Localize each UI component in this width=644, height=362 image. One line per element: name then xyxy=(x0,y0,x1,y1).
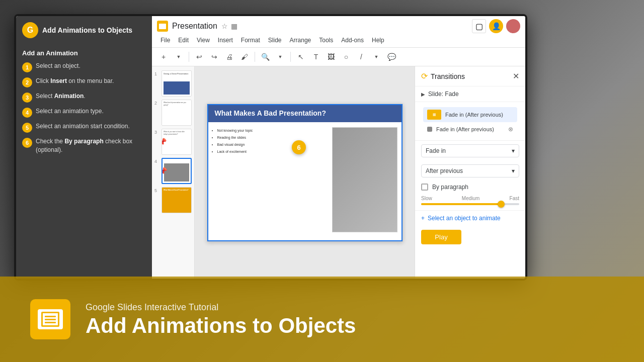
user-avatar[interactable]: 👤 xyxy=(489,19,503,33)
step-2: 2 Click Insert on the menu bar. xyxy=(22,77,146,87)
by-paragraph-row[interactable]: By paragraph xyxy=(415,181,525,193)
step-3-num: 3 xyxy=(22,93,32,103)
star-icon[interactable]: ☆ xyxy=(221,22,228,30)
folder-icon[interactable]: ▦ xyxy=(231,22,237,30)
toolbar-sep-1 xyxy=(189,52,189,62)
fade-dropdown-row: Fade in ▾ xyxy=(417,142,523,160)
fade-in-dropdown[interactable]: Fade in ▾ xyxy=(421,144,519,157)
toolbar-undo[interactable]: ↩ xyxy=(193,50,206,63)
toolbar-print[interactable]: 🖨 xyxy=(223,50,236,63)
main-slide-area: What Makes A Bad Presentation? Not knowi… xyxy=(195,66,415,279)
toolbar-dropdown[interactable]: ▼ xyxy=(172,50,185,63)
slides-logo-large xyxy=(30,299,70,339)
step-3: 3 Select Animation. xyxy=(22,92,146,103)
slides-icon-inner xyxy=(159,24,166,29)
slides-app-icon xyxy=(157,21,168,32)
toolbar: + ▼ ↩ ↪ 🖨 🖌 🔍 ▼ ↖ T 🖼 ○ / ▼ 💬 xyxy=(152,48,525,66)
toolbar-sep-2 xyxy=(255,52,255,62)
toolbar-image[interactable]: 🖼 xyxy=(325,50,338,63)
anim-text-2: Fade in (After previous) xyxy=(436,126,494,132)
step-6-num: 6 xyxy=(22,138,32,148)
toolbar-shape[interactable]: ○ xyxy=(340,50,353,63)
play-btn-row: Play xyxy=(415,226,525,248)
profile-avatar[interactable] xyxy=(506,19,520,33)
slide-fade-row[interactable]: ▶ Slide: Fade xyxy=(421,90,519,98)
step-1-num: 1 xyxy=(22,62,32,72)
menu-slide[interactable]: Slide xyxy=(265,35,285,45)
speed-slider-thumb[interactable] xyxy=(498,201,505,208)
anim-icon-2 xyxy=(427,127,432,132)
slide-thumb-4[interactable]: 4 What Makes A Bad Presentation? 📌 xyxy=(154,158,192,184)
bottom-main-title: Add Animations to Objects xyxy=(86,315,356,336)
speed-fast: Fast xyxy=(510,196,519,201)
animation-item-1[interactable]: ▦ Fade in (After previous) xyxy=(423,107,517,122)
speed-slider-fill xyxy=(421,203,500,205)
speed-labels: Slow Medium Fast xyxy=(421,196,519,201)
anim-remove-button[interactable]: ⊗ xyxy=(508,126,513,133)
expand-arrow-icon: ▶ xyxy=(421,92,425,97)
bullet-2: Reading the slides xyxy=(217,134,328,141)
play-button[interactable]: Play xyxy=(421,230,461,244)
step-5-text: Select an animation start condition. xyxy=(36,122,130,131)
menu-arrange[interactable]: Arrange xyxy=(286,35,315,45)
toolbar-line-dropdown[interactable]: ▼ xyxy=(370,50,383,63)
toolbar-add[interactable]: + xyxy=(157,50,170,63)
add-object-row[interactable]: + Select an object to animate xyxy=(415,210,525,226)
menu-view[interactable]: View xyxy=(193,35,213,45)
slide-header-band: What Makes A Bad Presentation? xyxy=(207,104,403,122)
panel-header: ⟳ Transitions ✕ xyxy=(415,66,525,86)
toolbar-redo[interactable]: ↪ xyxy=(208,50,221,63)
tutorial-section-title: Add an Animation xyxy=(22,49,146,57)
speed-slider-track[interactable] xyxy=(421,203,519,205)
by-paragraph-label: By paragraph xyxy=(432,184,468,191)
step-2-num: 2 xyxy=(22,77,32,87)
bullet-3: Bad visual design xyxy=(217,141,328,148)
slide-thumb-1[interactable]: 1 Giving a Great Presentation xyxy=(154,70,192,97)
main-slide: What Makes A Bad Presentation? Not knowi… xyxy=(207,104,403,242)
after-previous-dropdown[interactable]: After previous ▾ xyxy=(421,164,519,177)
slide-image-area xyxy=(332,127,397,232)
slide-thumb-5[interactable]: 5 What Makes A Good Presentation? xyxy=(154,187,192,213)
menu-file[interactable]: File xyxy=(157,35,174,45)
present-button[interactable]: ▢ xyxy=(472,19,486,33)
menu-format[interactable]: Format xyxy=(237,35,264,45)
pin-icon-4: 📌 xyxy=(162,167,167,175)
slide-thumb-3[interactable]: 3 What do you want to know after today's… xyxy=(154,129,192,155)
anim-text-1: Fade in (After previous) xyxy=(445,112,503,118)
speed-slow: Slow xyxy=(421,196,432,201)
step-2-text: Click Insert on the menu bar. xyxy=(36,77,114,85)
toolbar-text[interactable]: T xyxy=(309,50,323,63)
bullet-1: Not knowing your topic xyxy=(217,127,328,134)
monitor-frame: G Add Animations to Objects Add an Anima… xyxy=(14,14,527,281)
add-icon: + xyxy=(421,215,425,222)
pin-icon-3: 📌 xyxy=(162,138,167,146)
menu-insert[interactable]: Insert xyxy=(214,35,236,45)
toolbar-paint[interactable]: 🖌 xyxy=(238,50,251,63)
menu-help[interactable]: Help xyxy=(368,35,388,45)
by-paragraph-checkbox[interactable] xyxy=(421,184,428,191)
slide-thumb-2[interactable]: 2 What kind of presentation are you givi… xyxy=(154,100,192,126)
step-3-text: Select Animation. xyxy=(36,92,86,101)
slide-body: Not knowing your topic Reading the slide… xyxy=(207,122,403,237)
menu-items-row: File Edit View Insert Format Slide Arran… xyxy=(157,35,520,45)
step-5: 5 Select an animation start condition. xyxy=(22,122,146,133)
slide-text-area: Not knowing your topic Reading the slide… xyxy=(212,127,328,232)
toolbar-line[interactable]: / xyxy=(355,50,368,63)
slide-fade-section: ▶ Slide: Fade xyxy=(415,86,525,102)
toolbar-select[interactable]: ↖ xyxy=(294,50,307,63)
slides-content: 1 Giving a Great Presentation 2 xyxy=(152,66,525,279)
toolbar-zoom[interactable]: 🔍 xyxy=(259,50,272,63)
slide-fade-label: Slide: Fade xyxy=(428,90,459,98)
toolbar-zoom-dropdown[interactable]: ▼ xyxy=(274,50,287,63)
menu-tools[interactable]: Tools xyxy=(315,35,337,45)
toolbar-comment[interactable]: 💬 xyxy=(385,50,398,63)
step-1-text: Select an object. xyxy=(36,62,80,70)
transitions-icon: ⟳ xyxy=(421,71,428,81)
panel-close-button[interactable]: ✕ xyxy=(513,71,519,81)
app-title: Presentation xyxy=(172,22,217,31)
menu-addons[interactable]: Add-ons xyxy=(338,35,367,45)
animation-item-2[interactable]: Fade in (After previous) ⊗ xyxy=(423,123,517,135)
speed-medium: Medium xyxy=(462,196,480,201)
menu-edit[interactable]: Edit xyxy=(175,35,192,45)
step-6: 6 Check the By paragraph check box (opti… xyxy=(22,137,146,154)
